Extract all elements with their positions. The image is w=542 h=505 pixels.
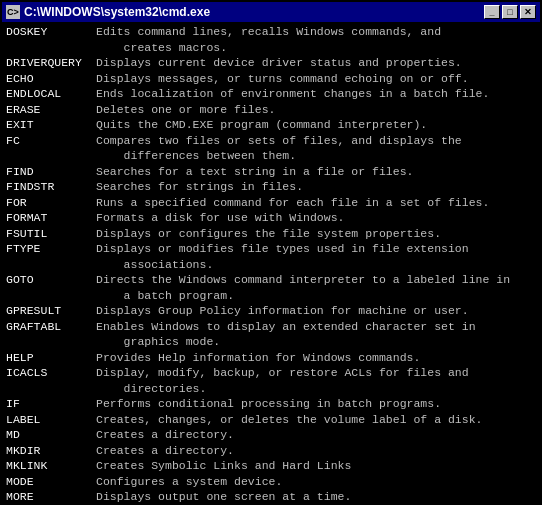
- command-desc: Quits the CMD.EXE program (command inter…: [96, 117, 536, 133]
- command-key: FSUTIL: [6, 226, 96, 242]
- list-item: FORRuns a specified command for each fil…: [6, 195, 536, 211]
- command-desc: Directs the Windows command interpreter …: [96, 272, 536, 303]
- list-item: FORMATFormats a disk for use with Window…: [6, 210, 536, 226]
- command-desc: Displays messages, or turns command echo…: [96, 71, 536, 87]
- title-bar-buttons: _ □ ✕: [484, 5, 536, 19]
- list-item: DOSKEYEdits command lines, recalls Windo…: [6, 24, 536, 55]
- command-desc: Creates a directory.: [96, 443, 536, 459]
- command-key: GPRESULT: [6, 303, 96, 319]
- list-item: FTYPEDisplays or modifies file types use…: [6, 241, 536, 272]
- command-key: EXIT: [6, 117, 96, 133]
- command-desc: Compares two files or sets of files, and…: [96, 133, 536, 164]
- command-key: FORMAT: [6, 210, 96, 226]
- minimize-button[interactable]: _: [484, 5, 500, 19]
- list-item: ICACLSDisplay, modify, backup, or restor…: [6, 365, 536, 396]
- command-desc: Displays current device driver status an…: [96, 55, 536, 71]
- list-item: MOREDisplays output one screen at a time…: [6, 489, 536, 503]
- list-item: FINDSearches for a text string in a file…: [6, 164, 536, 180]
- list-item: MDCreates a directory.: [6, 427, 536, 443]
- list-item: FCCompares two files or sets of files, a…: [6, 133, 536, 164]
- command-desc: Displays Group Policy information for ma…: [96, 303, 536, 319]
- list-item: ENDLOCALEnds localization of environment…: [6, 86, 536, 102]
- window-icon: C>: [6, 5, 20, 19]
- command-desc: Displays output one screen at a time.: [96, 489, 536, 503]
- list-item: GPRESULTDisplays Group Policy informatio…: [6, 303, 536, 319]
- command-key: FTYPE: [6, 241, 96, 272]
- command-desc: Displays or configures the file system p…: [96, 226, 536, 242]
- command-desc: Creates a directory.: [96, 427, 536, 443]
- list-item: MKLINKCreates Symbolic Links and Hard Li…: [6, 458, 536, 474]
- command-desc: Display, modify, backup, or restore ACLs…: [96, 365, 536, 396]
- command-key: MKLINK: [6, 458, 96, 474]
- list-item: ERASEDeletes one or more files.: [6, 102, 536, 118]
- command-desc: Edits command lines, recalls Windows com…: [96, 24, 536, 55]
- command-key: FIND: [6, 164, 96, 180]
- command-key: ENDLOCAL: [6, 86, 96, 102]
- close-button[interactable]: ✕: [520, 5, 536, 19]
- command-key: ICACLS: [6, 365, 96, 396]
- command-key: IF: [6, 396, 96, 412]
- command-key: DOSKEY: [6, 24, 96, 55]
- command-desc: Configures a system device.: [96, 474, 536, 490]
- command-key: MD: [6, 427, 96, 443]
- command-desc: Searches for strings in files.: [96, 179, 536, 195]
- command-key: MODE: [6, 474, 96, 490]
- command-key: FINDSTR: [6, 179, 96, 195]
- list-item: HELPProvides Help information for Window…: [6, 350, 536, 366]
- command-key: ERASE: [6, 102, 96, 118]
- terminal-content: DOSKEYEdits command lines, recalls Windo…: [2, 22, 540, 503]
- command-key: ECHO: [6, 71, 96, 87]
- command-desc: Provides Help information for Windows co…: [96, 350, 536, 366]
- list-item: DRIVERQUERYDisplays current device drive…: [6, 55, 536, 71]
- list-item: IFPerforms conditional processing in bat…: [6, 396, 536, 412]
- command-desc: Deletes one or more files.: [96, 102, 536, 118]
- command-desc: Runs a specified command for each file i…: [96, 195, 536, 211]
- command-desc: Enables Windows to display an extended c…: [96, 319, 536, 350]
- list-item: GOTODirects the Windows command interpre…: [6, 272, 536, 303]
- command-key: GOTO: [6, 272, 96, 303]
- command-key: FOR: [6, 195, 96, 211]
- command-key: LABEL: [6, 412, 96, 428]
- command-desc: Performs conditional processing in batch…: [96, 396, 536, 412]
- list-item: FSUTILDisplays or configures the file sy…: [6, 226, 536, 242]
- command-key: GRAFTABL: [6, 319, 96, 350]
- list-item: EXITQuits the CMD.EXE program (command i…: [6, 117, 536, 133]
- command-desc: Creates, changes, or deletes the volume …: [96, 412, 536, 428]
- list-item: MKDIRCreates a directory.: [6, 443, 536, 459]
- command-desc: Ends localization of environment changes…: [96, 86, 536, 102]
- list-item: LABELCreates, changes, or deletes the vo…: [6, 412, 536, 428]
- command-key: MORE: [6, 489, 96, 503]
- window-title: C:\WINDOWS\system32\cmd.exe: [24, 5, 210, 19]
- command-desc: Formats a disk for use with Windows.: [96, 210, 536, 226]
- title-bar-left: C> C:\WINDOWS\system32\cmd.exe: [6, 5, 210, 19]
- command-desc: Creates Symbolic Links and Hard Links: [96, 458, 536, 474]
- command-key: DRIVERQUERY: [6, 55, 96, 71]
- command-key: HELP: [6, 350, 96, 366]
- list-item: MODEConfigures a system device.: [6, 474, 536, 490]
- command-desc: Searches for a text string in a file or …: [96, 164, 536, 180]
- cmd-window: C> C:\WINDOWS\system32\cmd.exe _ □ ✕ DOS…: [0, 0, 542, 505]
- command-key: MKDIR: [6, 443, 96, 459]
- list-item: ECHODisplays messages, or turns command …: [6, 71, 536, 87]
- maximize-button[interactable]: □: [502, 5, 518, 19]
- command-key: FC: [6, 133, 96, 164]
- list-item: FINDSTRSearches for strings in files.: [6, 179, 536, 195]
- title-bar: C> C:\WINDOWS\system32\cmd.exe _ □ ✕: [2, 2, 540, 22]
- list-item: GRAFTABLEnables Windows to display an ex…: [6, 319, 536, 350]
- command-desc: Displays or modifies file types used in …: [96, 241, 536, 272]
